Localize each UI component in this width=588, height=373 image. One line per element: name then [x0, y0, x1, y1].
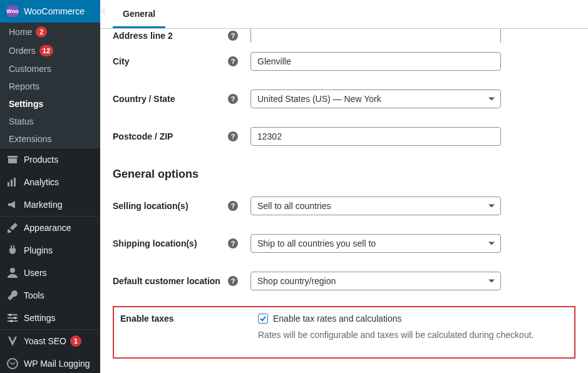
- general-options-heading: General options: [113, 155, 575, 187]
- admin-sidebar: Woo WooCommerce Home 2 Orders 12 Custome…: [0, 0, 100, 373]
- help-icon[interactable]: ?: [228, 238, 238, 248]
- plug-icon: [6, 244, 19, 257]
- help-icon[interactable]: ?: [228, 94, 238, 104]
- address-line-2-input[interactable]: [250, 29, 501, 43]
- country-state-select[interactable]: United States (US) — New York: [250, 89, 501, 108]
- sidebar-subitem-extensions[interactable]: Extensions: [0, 130, 100, 148]
- sidebar-item-analytics[interactable]: Analytics: [0, 171, 100, 193]
- svg-rect-2: [8, 182, 9, 186]
- home-badge: 2: [36, 26, 47, 38]
- brush-icon: [6, 222, 19, 234]
- sidebar-subitem-customers[interactable]: Customers: [0, 60, 100, 78]
- field-label: City ?: [113, 56, 250, 66]
- form-row-city: City ?: [113, 43, 575, 80]
- form-row-enable-taxes: Enable taxes Enable tax rates and calcul…: [120, 314, 568, 351]
- svg-point-10: [14, 317, 16, 319]
- sidebar-item-label: Yoast SEO: [24, 336, 66, 346]
- field-label: Shipping location(s) ?: [113, 238, 250, 248]
- sidebar-subitem-settings[interactable]: Settings: [0, 95, 100, 113]
- sidebar-item-label: Marketing: [24, 200, 62, 210]
- postcode-input[interactable]: [250, 127, 501, 146]
- sidebar-subitem-status[interactable]: Status: [0, 113, 100, 130]
- svg-rect-4: [14, 178, 16, 186]
- sidebar-subitem-label: Settings: [9, 99, 43, 109]
- form-row-postcode: Postcode / ZIP ?: [113, 118, 575, 155]
- enable-taxes-description: Rates will be configurable and taxes wil…: [258, 330, 534, 340]
- sidebar-item-marketing[interactable]: Marketing: [0, 193, 100, 216]
- sidebar-item-users[interactable]: Users: [0, 262, 100, 284]
- archive-icon: [6, 153, 19, 166]
- sidebar-subitem-label: Extensions: [9, 134, 51, 144]
- svg-point-9: [9, 314, 11, 316]
- sidebar-item-label: Users: [24, 268, 47, 278]
- orders-badge: 12: [39, 45, 53, 56]
- yoast-badge: 1: [70, 335, 81, 347]
- svg-point-11: [10, 320, 13, 322]
- sidebar-subitem-reports[interactable]: Reports: [0, 78, 100, 95]
- sidebar-subitem-label: Status: [9, 116, 34, 126]
- form-row-default-customer-location: Default customer location ? Shop country…: [113, 262, 575, 300]
- main-content: General Address line 2 ? City ? Country …: [100, 0, 588, 373]
- field-label: Postcode / ZIP ?: [113, 131, 250, 141]
- svg-rect-1: [8, 158, 17, 163]
- sidebar-item-yoast-seo[interactable]: Yoast SEO 1: [0, 330, 100, 352]
- sidebar-item-label: Products: [24, 155, 58, 165]
- mail-icon: [6, 357, 19, 370]
- woo-icon: Woo: [6, 5, 19, 18]
- help-icon[interactable]: ?: [228, 56, 238, 66]
- selling-locations-select[interactable]: Sell to all countries: [250, 197, 501, 215]
- help-icon[interactable]: ?: [228, 31, 238, 41]
- checkbox-label: Enable tax rates and calculations: [273, 314, 401, 324]
- sidebar-item-woocommerce[interactable]: Woo WooCommerce: [0, 0, 100, 23]
- sidebar-item-appearance[interactable]: Appearance: [0, 217, 100, 239]
- sliders-icon: [6, 312, 19, 324]
- svg-rect-0: [8, 156, 18, 158]
- help-icon[interactable]: ?: [228, 131, 238, 141]
- sidebar-subitem-label: Reports: [9, 81, 39, 91]
- help-icon[interactable]: ?: [228, 276, 238, 286]
- shipping-locations-select[interactable]: Ship to all countries you sell to: [250, 234, 501, 253]
- sidebar-item-label: Settings: [24, 313, 56, 323]
- default-customer-location-select[interactable]: Shop country/region: [250, 272, 501, 290]
- svg-point-12: [8, 359, 18, 369]
- sidebar-item-label: Plugins: [24, 245, 53, 255]
- settings-form: Address line 2 ? City ? Country / State …: [100, 29, 588, 373]
- sidebar-subitem-home[interactable]: Home 2: [0, 23, 100, 41]
- sidebar-item-label: Analytics: [24, 177, 59, 187]
- form-row-country-state: Country / State ? United States (US) — N…: [113, 80, 575, 118]
- svg-rect-3: [11, 180, 13, 186]
- sidebar-item-products[interactable]: Products: [0, 148, 100, 171]
- sidebar-item-tools[interactable]: Tools: [0, 284, 100, 307]
- field-label: Enable taxes: [120, 314, 258, 324]
- enable-taxes-highlight: Enable taxes Enable tax rates and calcul…: [113, 306, 575, 359]
- wrench-icon: [6, 289, 19, 302]
- sidebar-item-label: WP Mail Logging: [24, 359, 90, 369]
- sidebar-item-label: Appearance: [24, 223, 71, 233]
- sidebar-item-label: WooCommerce: [24, 6, 85, 16]
- yoast-icon: [6, 335, 19, 347]
- form-row-selling-locations: Selling location(s) ? Sell to all countr…: [113, 187, 575, 225]
- form-row-shipping-locations: Shipping location(s) ? Ship to all count…: [113, 225, 575, 262]
- field-label: Country / State ?: [113, 94, 250, 104]
- sidebar-subitem-label: Customers: [9, 64, 51, 74]
- sidebar-item-settings[interactable]: Settings: [0, 307, 100, 329]
- bar-chart-icon: [6, 176, 19, 188]
- megaphone-icon: [6, 198, 19, 211]
- user-icon: [6, 267, 19, 279]
- help-icon[interactable]: ?: [228, 201, 238, 211]
- form-row-address-line-2: Address line 2 ?: [113, 29, 575, 43]
- tab-general[interactable]: General: [113, 1, 165, 28]
- sidebar-item-plugins[interactable]: Plugins: [0, 239, 100, 262]
- enable-taxes-checkbox[interactable]: [258, 314, 268, 324]
- sidebar-subitem-label: Home: [9, 27, 32, 37]
- svg-point-5: [10, 268, 15, 273]
- sidebar-item-wp-mail-logging[interactable]: WP Mail Logging: [0, 352, 100, 373]
- sidebar-subitem-orders[interactable]: Orders 12: [0, 41, 100, 60]
- field-label: Address line 2 ?: [113, 31, 250, 41]
- field-label: Selling location(s) ?: [113, 201, 250, 211]
- settings-tab-bar: General: [100, 0, 588, 29]
- city-input[interactable]: [250, 52, 501, 71]
- sidebar-subitem-label: Orders: [9, 46, 36, 56]
- sidebar-item-label: Tools: [24, 290, 44, 300]
- field-label: Default customer location ?: [113, 276, 250, 286]
